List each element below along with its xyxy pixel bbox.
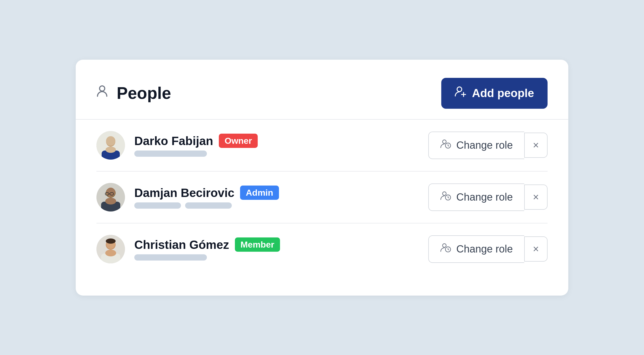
member-name-row: Christian Gómez Member — [134, 237, 280, 252]
add-person-icon — [455, 86, 467, 101]
member-sub — [134, 202, 279, 209]
card-header: People Add people — [96, 78, 548, 109]
member-sub — [134, 254, 280, 261]
role-badge-owner: Owner — [219, 134, 258, 148]
svg-point-7 — [443, 140, 446, 144]
member-row: Christian Gómez Member — [96, 223, 548, 275]
member-name: Christian Gómez — [134, 238, 229, 252]
member-info: Christian Gómez Member — [134, 237, 280, 261]
svg-point-23 — [105, 250, 116, 256]
change-role-icon — [440, 190, 452, 204]
member-right: Change role × — [428, 132, 548, 159]
change-role-button[interactable]: Change role — [428, 183, 524, 211]
close-icon: × — [533, 139, 539, 151]
avatar — [96, 131, 125, 160]
member-row: Darko Fabijan Owner — [96, 120, 548, 172]
role-badge-admin: Admin — [240, 186, 279, 200]
change-role-label: Change role — [456, 243, 513, 255]
title-group: People — [96, 84, 171, 103]
member-left: Christian Gómez Member — [96, 235, 280, 263]
change-role-icon — [440, 242, 452, 256]
member-name-row: Darko Fabijan Owner — [134, 134, 258, 148]
avatar — [96, 235, 125, 263]
svg-point-6 — [106, 147, 116, 153]
member-left: Darko Fabijan Owner — [96, 131, 258, 160]
member-name-row: Damjan Becirovic Admin — [134, 186, 279, 200]
change-role-icon — [440, 138, 452, 152]
member-right: Change role × — [428, 235, 548, 263]
member-sub — [134, 151, 258, 157]
remove-member-button[interactable]: × — [524, 236, 548, 262]
skeleton-bar — [134, 254, 207, 261]
close-icon: × — [533, 243, 539, 255]
close-icon: × — [533, 191, 539, 203]
svg-point-25 — [443, 244, 446, 247]
remove-member-button[interactable]: × — [524, 185, 548, 210]
member-info: Damjan Becirovic Admin — [134, 186, 279, 209]
page-title: People — [117, 84, 171, 103]
svg-point-17 — [443, 192, 446, 195]
member-name: Damjan Becirovic — [134, 186, 234, 200]
svg-point-1 — [457, 87, 462, 92]
member-info: Darko Fabijan Owner — [134, 134, 258, 157]
svg-point-0 — [100, 86, 105, 91]
svg-point-24 — [106, 238, 116, 244]
svg-point-4 — [106, 136, 115, 146]
people-icon — [96, 84, 111, 102]
skeleton-bar — [185, 202, 232, 209]
role-badge-member: Member — [235, 237, 280, 252]
svg-point-11 — [106, 188, 115, 197]
change-role-button[interactable]: Change role — [428, 132, 524, 159]
change-role-label: Change role — [456, 139, 513, 151]
member-left: Damjan Becirovic Admin — [96, 183, 279, 211]
people-card: People Add people — [76, 60, 568, 296]
add-people-button[interactable]: Add people — [441, 78, 548, 109]
member-row: Damjan Becirovic Admin — [96, 172, 548, 223]
add-people-label: Add people — [472, 87, 534, 100]
change-role-label: Change role — [456, 191, 513, 203]
avatar — [96, 183, 125, 211]
skeleton-bar — [134, 151, 207, 157]
member-name: Darko Fabijan — [134, 134, 213, 148]
member-list: Darko Fabijan Owner — [96, 120, 548, 275]
skeleton-bar — [134, 202, 181, 209]
member-right: Change role × — [428, 183, 548, 211]
change-role-button[interactable]: Change role — [428, 235, 524, 263]
svg-point-13 — [105, 198, 116, 204]
remove-member-button[interactable]: × — [524, 133, 548, 158]
